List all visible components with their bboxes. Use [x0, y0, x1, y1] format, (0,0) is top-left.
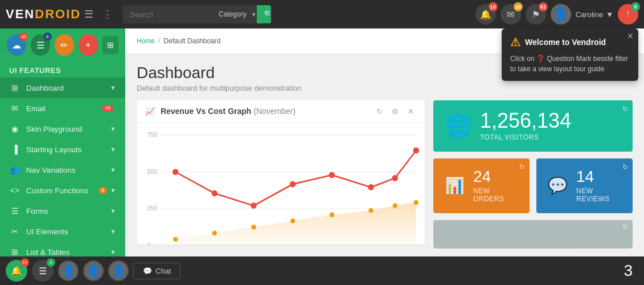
cloud-badge: 40: [19, 32, 28, 41]
sidebar-item-ui-elements[interactable]: ✂ UI Elements ▼: [0, 221, 125, 242]
category-select[interactable]: Category: [214, 6, 251, 22]
reviews-label: NEW REVIEWS: [576, 187, 621, 203]
nav-messages-button[interactable]: ✉ 10: [501, 4, 521, 25]
refresh-extra-button[interactable]: ↻: [622, 223, 628, 231]
messages-badge: 10: [514, 2, 523, 11]
bottom-notifications-button[interactable]: 🔔 10: [6, 260, 27, 282]
edit-icon: ✏: [60, 40, 68, 51]
chart-line-icon: 📈: [145, 107, 155, 116]
cloud-icon: ☁: [12, 40, 21, 51]
stat-card-visitors[interactable]: 🌐 1,256,134 TOTAL VISITORS ↻: [433, 100, 633, 152]
reviews-number: 14: [576, 169, 621, 185]
search-input[interactable]: [123, 6, 214, 23]
panel-title: 📈 Revenue Vs Cost Graph (November): [145, 107, 374, 116]
svg-point-17: [251, 225, 256, 230]
svg-point-26: [290, 181, 296, 187]
sidebar-item-list-tables[interactable]: ⊞ List & Tables ▼: [0, 242, 125, 256]
chart-area: 750 500 250 0 2 4 6: [137, 123, 425, 245]
table-icon: ⊞: [9, 247, 20, 256]
revenue-cost-chart: 750 500 250 0 2 4 6: [142, 126, 419, 245]
breadcrumb-current: Default Dashboard: [163, 37, 220, 45]
sidebar-menu: ⊞ Dashboard ▼ ✉ Email 78 ◉ Skin Playgrou…: [0, 78, 125, 256]
sidebar-item-label: Custom Functions: [26, 186, 99, 195]
stat-card-reviews[interactable]: 💬 14 NEW REVIEWS ↻: [536, 158, 633, 213]
content-body: Dashboard Default dashboard for multipur…: [125, 54, 644, 256]
svg-point-24: [212, 190, 218, 196]
plus-icon: +: [85, 40, 91, 50]
bottom-bell-icon: 🔔: [11, 266, 22, 276]
svg-point-27: [329, 172, 335, 178]
red-badge: 8: [631, 2, 640, 11]
welcome-title: ⚠ Welcome to Vendroid: [510, 35, 630, 49]
sidebar-item-forms[interactable]: ☰ Forms ▼: [0, 201, 125, 221]
refresh-reviews-button[interactable]: ↻: [622, 163, 628, 171]
svg-text:500: 500: [147, 168, 157, 174]
menu-toggle-button[interactable]: ☰: [80, 5, 98, 23]
svg-point-16: [212, 230, 217, 235]
svg-point-22: [413, 200, 418, 205]
bottom-avatar-1: 👤 10: [58, 260, 79, 281]
bottom-bar: 🔔 10 ☰ 8 👤 10 👤 👤 💬 Chat 3: [0, 256, 644, 285]
breadcrumb-separator: /: [158, 37, 160, 45]
refresh-chart-button[interactable]: ↻: [374, 106, 385, 117]
sidebar-item-starting-layouts[interactable]: ▐ Starting Layouts ▼: [0, 139, 125, 160]
arrow-icon: ▼: [110, 207, 116, 214]
bottom-list-badge: 8: [47, 258, 55, 267]
sidebar-layout-button[interactable]: ⊞: [102, 36, 119, 54]
sidebar-item-label: Skin Playground: [26, 125, 110, 133]
sidebar-item-skin-playground[interactable]: ◉ Skin Playground ▼: [0, 119, 125, 139]
sidebar-edit-button[interactable]: ✏: [55, 34, 74, 56]
email-icon: ✉: [9, 104, 20, 113]
breadcrumb-home-link[interactable]: Home: [137, 37, 155, 45]
refresh-orders-button[interactable]: ↻: [519, 163, 525, 171]
user-menu-button[interactable]: Caroline ▼: [576, 10, 613, 19]
svg-text:750: 750: [147, 131, 157, 138]
more-options-button[interactable]: ⋮: [98, 5, 117, 23]
panel-actions: ↻ ⚙ ✕: [374, 106, 416, 117]
nav-notifications-button[interactable]: 🔔 10: [475, 4, 496, 25]
navbar-icons: 🔔 10 ✉ 10 ⚑ 51 👤 Caroline ▼ ! 8: [475, 4, 638, 25]
arrow-icon: ▼: [110, 84, 116, 91]
alerts-badge: 51: [539, 2, 548, 11]
svg-point-25: [251, 202, 257, 209]
nav-alerts-button[interactable]: ⚑ 51: [526, 4, 546, 25]
close-tooltip-button[interactable]: ✕: [627, 31, 634, 40]
chat-button[interactable]: 💬 Chat: [133, 263, 181, 279]
orders-number: 24: [473, 169, 518, 185]
sidebar-item-custom-functions[interactable]: <> Custom Functions 8 ▼: [0, 180, 125, 201]
bottom-number: 3: [624, 262, 638, 280]
envelope-icon: ✉: [507, 9, 514, 20]
layout-icon: ▐: [9, 145, 20, 154]
stat-card-orders[interactable]: 📊 24 NEW ORDERS ↻: [433, 158, 530, 213]
sidebar-top-icons: ☁ 40 ☰ 8 ✏ + ⊞: [0, 28, 125, 62]
stat-info-orders: 24 NEW ORDERS: [473, 169, 518, 203]
refresh-visitors-button[interactable]: ↻: [622, 105, 628, 113]
nav-alert-red-button[interactable]: ! 8: [618, 4, 638, 25]
chat-icon: 💬: [548, 176, 568, 195]
sidebar-item-dashboard[interactable]: ⊞ Dashboard ▼: [0, 78, 125, 98]
sidebar-cloud-button[interactable]: ☁ 40: [7, 34, 26, 56]
stats-column: 🌐 1,256,134 TOTAL VISITORS ↻ 📊 24: [433, 100, 633, 245]
forms-icon: ☰: [9, 206, 20, 215]
user-chevron-icon: ▼: [606, 10, 613, 19]
orders-label: NEW ORDERS: [473, 187, 518, 203]
close-chart-button[interactable]: ✕: [405, 106, 416, 117]
sidebar-list-button[interactable]: ☰ 8: [31, 34, 50, 56]
chat-bubble-icon: 💬: [143, 267, 152, 275]
sidebar-item-nav-variations[interactable]: 👥 Nav Variations ▼: [0, 160, 125, 180]
sidebar-item-email[interactable]: ✉ Email 78: [0, 98, 125, 119]
settings-chart-button[interactable]: ⚙: [389, 106, 401, 117]
stat-card-extra[interactable]: ↻: [433, 220, 633, 249]
nav-icon: 👥: [9, 165, 20, 174]
svg-point-21: [393, 203, 397, 208]
sidebar-add-button[interactable]: +: [79, 34, 98, 56]
chart-panel: 📈 Revenue Vs Cost Graph (November) ↻ ⚙ ✕: [137, 100, 425, 245]
welcome-tooltip: ✕ ⚠ Welcome to Vendroid Click on ❓ Quest…: [502, 28, 638, 81]
sidebar-item-label: List & Tables: [26, 248, 110, 256]
bottom-bell-badge: 10: [20, 258, 29, 267]
search-button[interactable]: 🔍: [257, 5, 271, 23]
list-icon: ☰: [36, 40, 44, 51]
sidebar-item-label: Starting Layouts: [26, 145, 110, 154]
bottom-list-button[interactable]: ☰ 8: [32, 260, 54, 282]
sidebar-item-label: Dashboard: [26, 84, 110, 92]
